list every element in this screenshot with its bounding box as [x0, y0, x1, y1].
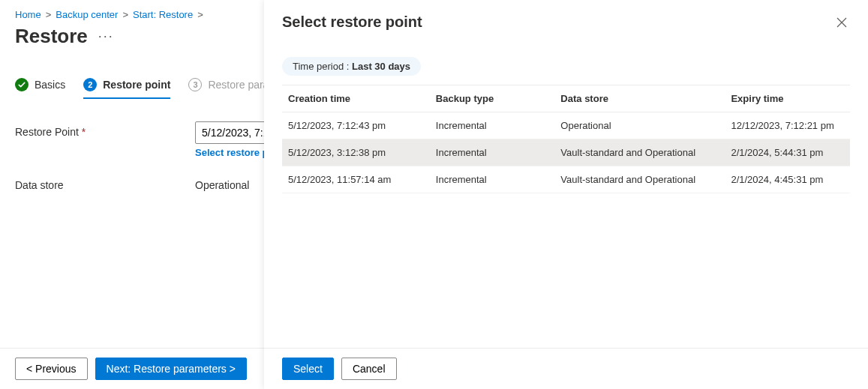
cancel-button[interactable]: Cancel [341, 358, 397, 380]
time-period-pill[interactable]: Time period : Last 30 days [282, 57, 421, 76]
table-row[interactable]: 5/12/2023, 11:57:14 amIncrementalVault-s… [282, 166, 850, 193]
next-button[interactable]: Next: Restore parameters > [95, 358, 247, 380]
cell-expiry: 12/12/2023, 7:12:21 pm [725, 112, 850, 139]
select-button[interactable]: Select [282, 358, 334, 380]
cell-creation: 5/12/2023, 7:12:43 pm [282, 112, 430, 139]
table-row[interactable]: 5/12/2023, 3:12:38 pmIncrementalVault-st… [282, 139, 850, 166]
col-creation-time[interactable]: Creation time [282, 85, 430, 112]
tab-label: Basics [35, 79, 65, 91]
flyout-header: Select restore point [264, 0, 868, 42]
cell-store: Vault-standard and Operational [554, 139, 725, 166]
breadcrumb-backup-center[interactable]: Backup center [56, 9, 118, 20]
label-text: Restore Point [15, 126, 79, 138]
page-title: Restore [15, 25, 88, 48]
tab-basics[interactable]: Basics [15, 78, 65, 99]
cell-creation: 5/12/2023, 11:57:14 am [282, 166, 430, 193]
data-store-label: Data store [15, 175, 195, 191]
cell-expiry: 2/1/2024, 5:44:31 pm [725, 139, 850, 166]
select-restore-point-flyout: Select restore point Time period : Last … [264, 0, 868, 389]
step-number-icon: 2 [83, 78, 97, 91]
cell-type: Incremental [430, 139, 555, 166]
check-icon [15, 78, 29, 91]
cell-store: Operational [554, 112, 725, 139]
col-backup-type[interactable]: Backup type [430, 85, 555, 112]
pill-value: Last 30 days [352, 61, 410, 72]
breadcrumb-separator: > [122, 9, 128, 20]
pill-prefix: Time period : [293, 61, 352, 72]
data-store-value: Operational [195, 175, 249, 191]
cell-store: Vault-standard and Operational [554, 166, 725, 193]
cell-type: Incremental [430, 112, 555, 139]
cell-expiry: 2/1/2024, 4:45:31 pm [725, 166, 850, 193]
col-data-store[interactable]: Data store [554, 85, 725, 112]
close-icon[interactable] [833, 13, 850, 33]
restore-point-label: Restore Point * [15, 121, 195, 138]
required-asterisk: * [82, 126, 86, 138]
breadcrumb-separator: > [197, 9, 203, 20]
breadcrumb-start-restore[interactable]: Start: Restore [133, 9, 193, 20]
flyout-body: Time period : Last 30 days Creation time… [264, 42, 868, 348]
flyout-footer: Select Cancel [264, 348, 868, 389]
more-actions-icon[interactable]: ··· [98, 28, 114, 44]
tab-restore-point[interactable]: 2 Restore point [83, 78, 170, 99]
flyout-title: Select restore point [282, 13, 422, 31]
restore-point-table: Creation time Backup type Data store Exp… [282, 85, 850, 193]
tab-label: Restore point [103, 79, 170, 91]
table-row[interactable]: 5/12/2023, 7:12:43 pmIncrementalOperatio… [282, 112, 850, 139]
table-header-row: Creation time Backup type Data store Exp… [282, 85, 850, 112]
col-expiry-time[interactable]: Expiry time [725, 85, 850, 112]
step-number-icon: 3 [188, 78, 202, 91]
breadcrumb-home[interactable]: Home [15, 9, 41, 20]
previous-button[interactable]: < Previous [15, 358, 88, 380]
breadcrumb-separator: > [46, 9, 52, 20]
cell-creation: 5/12/2023, 3:12:38 pm [282, 139, 430, 166]
cell-type: Incremental [430, 166, 555, 193]
